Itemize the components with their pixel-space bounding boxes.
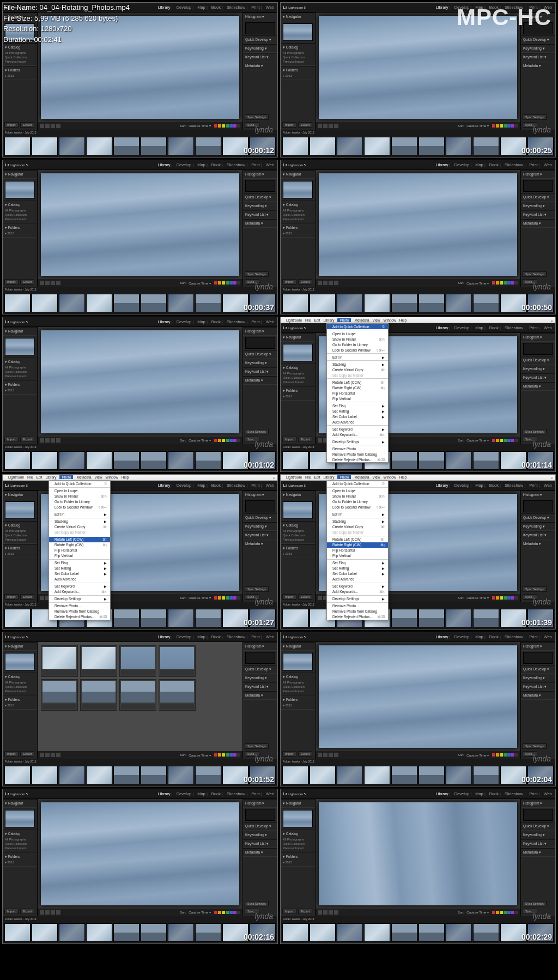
filmstrip-thumbnail[interactable] <box>113 923 140 942</box>
menu-item[interactable]: Add Keywords...⌘K <box>49 589 110 595</box>
module-map[interactable]: Map <box>196 791 209 796</box>
keywording-panel[interactable]: Keywording ▾ <box>523 676 553 680</box>
filmstrip-thumbnail[interactable] <box>195 294 221 312</box>
histogram-panel[interactable]: Histogram ▾ <box>245 15 275 19</box>
navigator-thumbnail[interactable] <box>283 23 313 41</box>
filmstrip-thumbnail[interactable] <box>32 137 58 155</box>
grid-view[interactable] <box>38 642 242 752</box>
menu-item[interactable]: Set Keyword▶ <box>327 426 388 432</box>
filmstrip-thumbnail[interactable] <box>168 294 194 312</box>
module-library[interactable]: Library <box>157 5 174 10</box>
module-slideshow[interactable]: Slideshow <box>226 791 248 796</box>
color-label[interactable] <box>237 596 240 600</box>
folders-panel[interactable]: ▾ Folders <box>5 383 35 387</box>
folders-panel[interactable]: ▾ Folders <box>283 226 313 230</box>
module-map[interactable]: Map <box>196 5 209 10</box>
module-web[interactable]: Web <box>265 5 275 10</box>
menu-item[interactable]: Show in Finder⌘R <box>327 494 388 499</box>
color-label[interactable] <box>507 439 511 442</box>
color-label[interactable] <box>226 281 229 285</box>
keywording-panel[interactable]: Keywording ▾ <box>523 46 553 51</box>
quick-develop-panel[interactable]: Quick Develop ▾ <box>245 667 275 672</box>
filmstrip-thumbnail[interactable] <box>32 923 58 942</box>
sort-dropdown[interactable]: Capture Time ▾ <box>189 753 211 757</box>
histogram-panel[interactable]: Histogram ▾ <box>245 801 275 806</box>
keywording-panel[interactable]: Keywording ▾ <box>245 524 275 529</box>
color-label[interactable] <box>237 281 240 285</box>
quick-develop-panel[interactable]: Quick Develop ▾ <box>523 358 553 362</box>
filmstrip-thumbnail[interactable] <box>86 766 112 784</box>
menu-item[interactable]: Set Flag▶ <box>327 560 388 566</box>
loupe-view-icon[interactable] <box>45 124 50 128</box>
menu-lightroom[interactable]: Lightroom <box>286 318 302 322</box>
compare-view-icon[interactable] <box>51 753 55 757</box>
export-button[interactable]: Export <box>20 751 34 757</box>
menu-item[interactable]: Set Color Label▶ <box>327 414 388 419</box>
color-label[interactable] <box>214 281 217 285</box>
grid-cell[interactable] <box>119 645 156 677</box>
keyword-list-panel[interactable]: Keyword List ▾ <box>523 533 553 537</box>
color-label[interactable] <box>237 911 240 914</box>
quick-develop-panel[interactable]: Quick Develop ▾ <box>245 195 275 199</box>
filmstrip-thumbnail[interactable] <box>473 451 499 470</box>
menu-item[interactable]: Lock to Second Window⇧⌘↩ <box>327 505 388 510</box>
catalog-item[interactable]: All Photographs <box>283 680 313 685</box>
filmstrip-thumbnail[interactable] <box>86 451 112 470</box>
menu-window[interactable]: Window <box>384 318 396 322</box>
color-label[interactable] <box>214 911 217 914</box>
loupe-image[interactable] <box>41 330 239 433</box>
export-button[interactable]: Export <box>298 751 312 757</box>
keywording-panel[interactable]: Keywording ▾ <box>245 361 275 365</box>
color-label[interactable] <box>511 911 514 914</box>
import-button[interactable]: Import <box>4 279 19 285</box>
grid-cell[interactable] <box>80 679 117 711</box>
catalog-item[interactable]: All Photographs <box>5 680 35 685</box>
color-label[interactable] <box>214 439 217 442</box>
menu-item[interactable]: Add to Quick CollectionB <box>49 481 110 487</box>
grid-view-icon[interactable] <box>318 124 322 128</box>
menu-item[interactable]: Auto Advance <box>49 577 110 582</box>
filmstrip-thumbnail[interactable] <box>59 923 85 942</box>
menu-item[interactable]: Remove Photo... <box>327 446 388 451</box>
loupe-image[interactable] <box>41 173 239 276</box>
folder-item[interactable]: ▸ 2013 <box>5 703 35 707</box>
module-print[interactable]: Print <box>528 791 541 796</box>
module-map[interactable]: Map <box>196 634 209 639</box>
metadata-panel[interactable]: Metadata ▾ <box>245 64 275 68</box>
grid-view-icon[interactable] <box>318 596 322 600</box>
module-slideshow[interactable]: Slideshow <box>226 634 248 639</box>
menu-item[interactable]: Rotate Left (CCW)⌘[ <box>327 379 388 385</box>
color-label[interactable] <box>500 596 503 600</box>
catalog-panel[interactable]: ▾ Catalog <box>5 45 35 50</box>
navigator-thumbnail[interactable] <box>283 653 313 670</box>
color-label[interactable] <box>511 281 514 285</box>
filmstrip-thumbnail[interactable] <box>4 766 31 784</box>
menu-view[interactable]: View <box>373 318 380 322</box>
menu-item[interactable]: Edit In▶ <box>327 354 388 360</box>
color-label[interactable] <box>226 439 229 442</box>
catalog-panel[interactable]: ▾ Catalog <box>283 832 313 836</box>
keyword-list-panel[interactable]: Keyword List ▾ <box>523 685 553 689</box>
histogram-panel[interactable]: Histogram ▾ <box>523 172 553 177</box>
menu-item[interactable]: Rotate Left (CCW)⌘[ <box>49 537 110 542</box>
menu-item[interactable]: Add to Quick CollectionB <box>327 481 388 487</box>
filmstrip-thumbnail[interactable] <box>141 137 167 155</box>
filmstrip[interactable] <box>281 922 555 943</box>
module-slideshow[interactable]: Slideshow <box>504 483 526 488</box>
keywording-panel[interactable]: Keywording ▾ <box>523 833 553 837</box>
export-button[interactable]: Export <box>298 909 312 914</box>
menu-item[interactable]: Show in Finder⌘R <box>327 336 388 342</box>
keywording-panel[interactable]: Keywording ▾ <box>523 367 553 371</box>
color-label[interactable] <box>237 439 240 442</box>
color-label[interactable] <box>233 911 236 914</box>
filmstrip-thumbnail[interactable] <box>282 766 308 784</box>
grid-view-icon[interactable] <box>318 281 322 285</box>
color-label[interactable] <box>511 753 514 757</box>
color-label[interactable] <box>226 911 229 914</box>
import-button[interactable]: Import <box>282 437 296 442</box>
color-label[interactable] <box>496 596 499 600</box>
menu-item[interactable]: Remove Photo... <box>327 603 388 609</box>
navigator-thumbnail[interactable] <box>283 181 313 198</box>
color-label[interactable] <box>222 281 225 285</box>
catalog-panel[interactable]: ▾ Catalog <box>5 360 35 364</box>
